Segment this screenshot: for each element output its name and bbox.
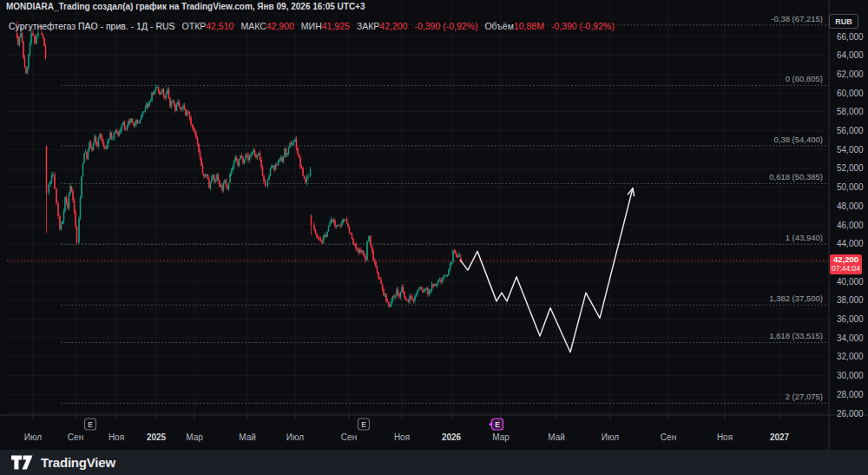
fib-level-label: -0,38 (67,215) [771,14,823,23]
price-tick-label: 48,000 [837,201,864,211]
month-tick-label: Ноя [717,432,733,442]
fib-level-label: 1,382 (37,500) [769,294,823,303]
legend-field-value: 42,510 [206,21,233,31]
price-tick-label: 40,000 [837,277,864,287]
chart-background [0,0,868,475]
symbol-legend: Сургутнефтегаз ПАО - прив. - 1Д - RUS ОТ… [7,20,618,33]
legend-field: МАКС42,900 [240,21,293,31]
month-tick-label: Ноя [108,432,124,442]
legend-field: ЗАКР42,200 [357,21,408,31]
symbol-title[interactable]: Сургутнефтегаз ПАО - прив. - 1Д - RUS [9,21,175,31]
fib-level-label: 1 (43,940) [786,233,823,242]
tradingview-chart-window: -0,38 (67,215)0 (60,805)0,38 (54,400)0,6… [0,0,868,475]
bar-countdown: 07:44:04 [830,264,862,273]
legend-field-value: 41,925 [322,21,350,31]
currency-toggle-button[interactable]: RUB [829,14,858,29]
earnings-marker[interactable]: E [85,419,96,430]
price-tick-label: 52,000 [837,163,864,173]
price-tick-label: 36,000 [837,314,864,324]
last-price-badge: 42,200 07:44:04 [830,254,862,274]
legend-field: -0,390 (-0,92%) [414,21,477,31]
price-tick-label: 58,000 [837,107,864,116]
chart-canvas[interactable]: -0,38 (67,215)0 (60,805)0,38 (54,400)0,6… [0,0,868,475]
tradingview-brand-text[interactable]: TradingView [41,455,115,470]
month-tick-label: Мар [186,432,203,442]
legend-field-value: -0,390 (-0,92%) [414,21,477,31]
price-tick-label: 34,000 [837,333,864,343]
month-tick-label: Сен [68,432,83,442]
price-tick-label: 32,000 [837,352,864,361]
legend-field-label: МАКС [240,21,266,31]
legend-field: МИН41,925 [301,21,350,31]
month-tick-label: Май [239,432,256,442]
chart-attribution: MONDIARA_Trading создал(а) график на Tra… [6,2,368,12]
fib-level-label: 2 (27,075) [786,392,823,401]
ohlc-values: ОТКР42,510МАКС42,900МИН41,925ЗАКР42,200-… [182,21,615,31]
month-tick-label: Июл [602,432,619,442]
month-tick-label: Ноя [394,432,410,442]
earnings-marker[interactable]: E [358,419,370,430]
marker-letter: E [495,420,500,429]
legend-field: ОТКР42,510 [182,21,234,31]
legend-field-label: ЗАКР [357,21,379,31]
fib-level-label: 0,618 (50,385) [769,172,823,181]
price-axis[interactable]: 66,00064,00062,00060,00058,00056,00054,0… [837,32,864,419]
month-tick-label: Мар [492,432,510,442]
legend-field-label: Объём [484,21,513,31]
month-tick-label: Июл [24,432,42,442]
price-tick-label: 64,000 [837,50,864,60]
legend-field: -0,390 (-0,92%) [551,21,615,31]
price-tick-label: 62,000 [837,69,864,79]
fib-level-label: 0,38 (54,400) [773,135,823,144]
price-tick-label: 54,000 [837,145,864,155]
year-tick-label: 2025 [147,432,167,442]
price-tick-label: 44,000 [837,239,864,248]
legend-field-value: 42,200 [379,21,407,31]
legend-field-value: -0,390 (-0,92%) [551,21,615,31]
month-tick-label: Май [548,432,565,442]
tradingview-logo-icon[interactable] [11,455,33,470]
price-tick-label: 66,000 [837,32,864,42]
year-tick-label: 2026 [442,432,462,442]
legend-field-label: МИН [301,21,322,31]
price-tick-label: 50,000 [837,182,864,192]
year-tick-label: 2027 [770,432,790,442]
month-tick-label: Сен [661,432,676,442]
price-tick-label: 60,000 [837,89,864,98]
marker-letter: E [88,420,93,429]
price-tick-label: 56,000 [837,126,864,135]
legend-field-value: 42,900 [266,21,294,31]
last-price-value: 42,200 [830,255,862,264]
fib-level-label: 1,618 (33,515) [769,331,823,340]
price-tick-label: 28,000 [837,390,864,399]
fib-level-label: 0 (60,805) [786,74,823,83]
month-tick-label: Сен [341,432,357,442]
month-tick-label: Июл [286,432,304,442]
price-tick-label: 46,000 [837,221,864,230]
price-tick-label: 30,000 [837,371,864,380]
legend-field-value: 10,88M [514,21,544,31]
legend-field-label: ОТКР [182,21,207,31]
footer-bar: TradingView [0,450,868,475]
legend-field: Объём10,88M [484,21,544,31]
price-tick-label: 26,000 [837,409,864,419]
price-tick-label: 38,000 [837,295,864,305]
marker-letter: E [361,420,366,429]
